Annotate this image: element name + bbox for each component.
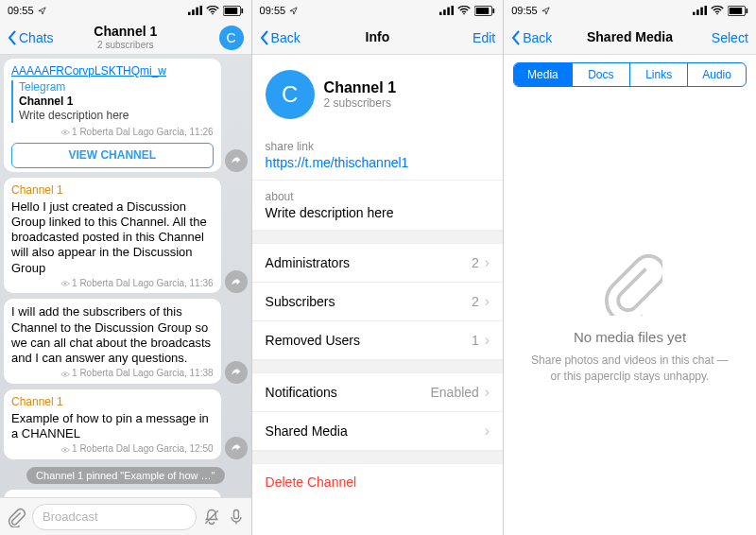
channel-name: Channel 1 xyxy=(324,79,396,96)
message-meta: 1 Roberta Dal Lago Garcia, 11:36 xyxy=(11,278,214,290)
section-spacer xyxy=(252,451,504,464)
row-shared-media[interactable]: Shared Media › xyxy=(252,412,504,451)
paperclip-icon xyxy=(596,250,662,316)
preview-title: Channel 1 xyxy=(19,95,214,109)
input-placeholder: Broadcast xyxy=(43,509,98,524)
tab-media[interactable]: Media xyxy=(514,63,572,86)
message-link[interactable]: AAAAAFRCorvpLSKTHQmi_w xyxy=(11,64,214,78)
message-bubble[interactable]: Channel 1 Example of how to pin a messag… xyxy=(4,389,221,459)
row-value: 2 xyxy=(472,294,479,309)
empty-title: No media files yet xyxy=(574,329,686,345)
system-message[interactable]: Channel 1 pinned "Example of how …" xyxy=(26,467,224,484)
wifi-icon xyxy=(711,6,724,15)
chat-screen: 09:55 Chats Channel 1 2 subscribers C AA… xyxy=(0,0,252,535)
channel-avatar[interactable]: C xyxy=(219,26,244,50)
message-sender: Channel 1 xyxy=(11,183,214,198)
share-button[interactable] xyxy=(225,437,248,459)
message-bubble[interactable]: Channel 1 https://t.me/c/1307925099/11 1… xyxy=(4,490,221,497)
row-administrators[interactable]: Administrators 2› xyxy=(252,244,504,283)
svg-rect-26 xyxy=(704,6,707,15)
view-channel-button[interactable]: VIEW CHANNEL xyxy=(11,143,214,168)
message-sender: Channel 1 xyxy=(11,395,214,409)
share-button[interactable] xyxy=(225,361,248,384)
wifi-icon xyxy=(206,6,219,15)
preview-source: Telegram xyxy=(19,80,214,95)
message-bubble[interactable]: AAAAAFRCorvpLSKTHQmi_w Telegram Channel … xyxy=(4,59,221,172)
input-bar: Broadcast xyxy=(0,497,251,535)
chevron-right-icon: › xyxy=(485,332,490,349)
svg-point-9 xyxy=(64,283,66,285)
message-text: I will add the subscribers of this Chann… xyxy=(11,304,214,366)
svg-rect-18 xyxy=(452,6,455,15)
location-arrow-icon xyxy=(38,7,46,15)
svg-rect-22 xyxy=(493,8,495,12)
message-meta: 1 Roberta Dal Lago Garcia, 12:50 xyxy=(11,443,214,456)
svg-rect-16 xyxy=(443,9,446,15)
svg-point-19 xyxy=(463,13,465,15)
row-value: 1 xyxy=(472,333,479,348)
back-button[interactable]: Back xyxy=(511,30,552,45)
svg-rect-6 xyxy=(224,8,237,14)
tab-docs[interactable]: Docs xyxy=(573,63,630,86)
nav-bar: Back Shared Media Select xyxy=(504,21,756,55)
svg-rect-1 xyxy=(192,9,195,15)
info-screen: 09:55 Back Info Edit C Channel 1 2 subsc… xyxy=(252,0,505,535)
edit-button[interactable]: Edit xyxy=(472,30,495,45)
share-button[interactable] xyxy=(225,270,248,293)
about-value: Write description here xyxy=(266,205,490,220)
svg-rect-29 xyxy=(729,8,742,14)
section-spacer xyxy=(252,231,504,244)
status-bar: 09:55 xyxy=(504,0,756,21)
tab-audio[interactable]: Audio xyxy=(688,63,745,86)
share-button[interactable] xyxy=(225,149,248,172)
svg-rect-23 xyxy=(693,12,696,15)
svg-point-8 xyxy=(64,131,66,133)
section-spacer xyxy=(252,360,504,373)
chevron-left-icon xyxy=(8,30,17,45)
status-bar: 09:55 xyxy=(0,0,251,21)
svg-point-27 xyxy=(716,13,718,15)
row-removed-users[interactable]: Removed Users 1› xyxy=(252,321,504,360)
svg-rect-14 xyxy=(233,509,238,518)
mute-icon[interactable] xyxy=(202,508,221,526)
svg-rect-24 xyxy=(696,9,699,15)
row-label: Administrators xyxy=(266,255,350,270)
select-button[interactable]: Select xyxy=(712,30,748,45)
link-preview: Telegram Channel 1 Write description her… xyxy=(11,80,214,123)
svg-point-11 xyxy=(64,449,66,451)
svg-rect-25 xyxy=(700,8,703,15)
signal-icon xyxy=(693,6,707,15)
about-section: about Write description here xyxy=(252,181,504,231)
row-label: Notifications xyxy=(266,385,337,400)
chat-body[interactable]: AAAAAFRCorvpLSKTHQmi_w Telegram Channel … xyxy=(0,55,251,497)
tab-links[interactable]: Links xyxy=(630,63,688,86)
chevron-left-icon xyxy=(511,30,521,45)
back-button[interactable]: Chats xyxy=(8,30,54,45)
broadcast-input[interactable]: Broadcast xyxy=(32,504,197,530)
message-meta: 1 Roberta Dal Lago Garcia, 11:26 xyxy=(11,127,214,139)
message-bubble[interactable]: Channel 1 Hello I just created a Discuss… xyxy=(4,178,221,294)
back-button[interactable]: Back xyxy=(260,30,301,45)
row-value: 2 xyxy=(472,255,479,270)
row-notifications[interactable]: Notifications Enabled› xyxy=(252,373,504,412)
svg-rect-2 xyxy=(196,8,198,15)
row-value: Enabled xyxy=(430,385,478,400)
channel-avatar[interactable]: C xyxy=(266,70,315,119)
message-bubble[interactable]: I will add the subscribers of this Chann… xyxy=(4,299,221,384)
mic-icon[interactable] xyxy=(227,508,246,526)
battery-icon xyxy=(223,6,244,16)
delete-channel-button[interactable]: Delete Channel xyxy=(252,464,504,500)
svg-rect-17 xyxy=(448,8,451,15)
back-label: Chats xyxy=(19,30,54,45)
chevron-right-icon: › xyxy=(485,423,490,440)
attach-icon[interactable] xyxy=(6,507,26,527)
message-text: Example of how to pin a message in a CHA… xyxy=(11,411,214,442)
row-subscribers[interactable]: Subscribers 2› xyxy=(252,283,504,321)
share-link-section[interactable]: share link https://t.me/thischannel1 xyxy=(252,130,504,181)
svg-rect-3 xyxy=(199,6,202,15)
svg-rect-7 xyxy=(241,8,243,12)
about-label: about xyxy=(266,190,490,203)
chevron-right-icon: › xyxy=(485,254,490,271)
share-link-value[interactable]: https://t.me/thischannel1 xyxy=(266,155,490,170)
svg-rect-30 xyxy=(746,8,747,12)
